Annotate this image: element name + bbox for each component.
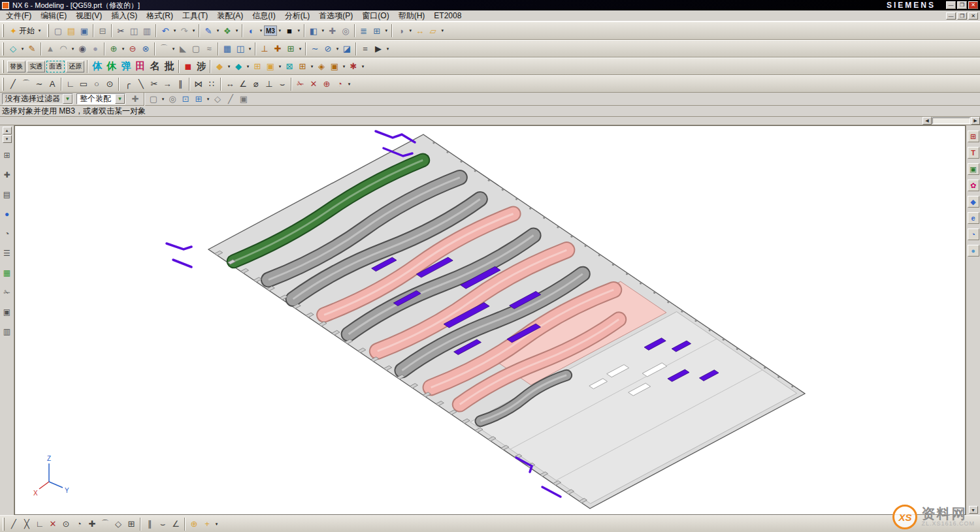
tangent-constraint-icon[interactable]: ⌣ <box>276 78 289 91</box>
dropdown-arrow[interactable]: ▾ <box>191 24 197 37</box>
view-window-icon[interactable]: ⊞ <box>370 24 384 37</box>
undo-icon[interactable]: ↶ <box>159 24 172 37</box>
scroll-left-button[interactable]: ◀ <box>923 117 932 125</box>
name-char-icon[interactable]: 名 <box>148 59 162 74</box>
subtract-icon[interactable]: ⊖ <box>126 42 139 55</box>
system-materials-icon[interactable]: ● <box>968 245 979 257</box>
selection-filter-combo[interactable]: 没有选择过滤器 ▼ <box>2 93 73 104</box>
circle-icon[interactable]: ○ <box>90 78 103 91</box>
start-menu-button[interactable]: ✦ 开始 ▾ <box>7 24 46 37</box>
offset-curve-icon[interactable]: ∥ <box>174 78 187 91</box>
child-close-button[interactable]: ✕ <box>968 12 978 20</box>
point-dialog-icon[interactable]: ⊕ <box>188 518 201 531</box>
perpendicular-constraint-icon[interactable]: ⊥ <box>263 78 276 91</box>
datum-plane-icon[interactable]: ◇ <box>7 42 20 55</box>
restore-button[interactable]: ❒ <box>957 1 967 9</box>
dropdown-arrow[interactable]: ▾ <box>335 42 340 55</box>
dock-collapse-down-button[interactable]: ▾ <box>3 135 12 143</box>
datum-csys-icon[interactable]: ⊕ <box>320 78 333 91</box>
part-navigator-icon[interactable]: ▣ <box>968 163 979 175</box>
graphics-viewport[interactable]: Z X Y <box>14 125 966 515</box>
notes-icon[interactable]: ▥ <box>1 326 13 337</box>
thread-icon[interactable]: ≈ <box>203 42 216 55</box>
yellow-diamond-icon[interactable]: ◆ <box>213 60 226 73</box>
dropdown-arrow[interactable]: ▾ <box>247 42 253 55</box>
wave-geometry-icon[interactable]: ∼ <box>308 42 321 55</box>
scroll-track[interactable] <box>932 117 970 124</box>
fillet-icon[interactable]: ╭ <box>122 78 135 91</box>
assembly-navigator-icon[interactable]: ⊞ <box>968 131 979 142</box>
menu-file[interactable]: 文件(F) <box>1 11 36 21</box>
dropdown-arrow[interactable]: ▾ <box>297 42 303 55</box>
constraint-navigator-icon[interactable]: T <box>968 147 979 159</box>
dropdown-arrow[interactable]: ▾ <box>309 60 315 73</box>
restore-button[interactable]: 还原 <box>66 61 84 72</box>
touch-pen-icon[interactable]: ✎ <box>202 24 215 37</box>
field-char-icon[interactable]: 田 <box>133 59 148 74</box>
minimize-button[interactable]: — <box>946 1 956 9</box>
dropdown-arrow[interactable]: ▾ <box>215 24 221 37</box>
sketch-icon[interactable]: ✎ <box>25 42 39 55</box>
toolbar-drag-handle[interactable] <box>3 518 5 531</box>
snap-two-lines-icon[interactable]: ∥ <box>143 518 156 531</box>
cut-icon[interactable]: ✂ <box>114 24 127 37</box>
dropdown-arrow[interactable]: ▾ <box>205 93 211 106</box>
redo-icon[interactable]: ↷ <box>178 24 191 37</box>
history-icon[interactable]: ◔ <box>968 228 979 240</box>
menu-et2008[interactable]: ET2008 <box>429 11 466 21</box>
pattern-feature-icon[interactable]: ▦ <box>221 42 234 55</box>
intersect-icon[interactable]: ⊗ <box>139 42 152 55</box>
select-rectangle-icon[interactable]: ▢ <box>147 93 160 106</box>
ellipse-icon[interactable]: ⊙ <box>103 78 116 91</box>
toolbar-drag-handle[interactable] <box>2 60 4 73</box>
dropdown-arrow[interactable]: ▾ <box>320 24 326 37</box>
dropdown-arrow[interactable]: ▾ <box>160 93 166 106</box>
menu-assemblies[interactable]: 装配(A) <box>212 11 248 21</box>
menu-edit[interactable]: 编辑(E) <box>36 11 71 21</box>
list-icon[interactable]: ☰ <box>1 247 13 259</box>
show-hide-icon[interactable]: ◑ <box>395 24 408 37</box>
shell-icon[interactable]: ▢ <box>189 42 203 55</box>
chamfer-curve-icon[interactable]: ╲ <box>135 78 148 91</box>
boss-icon[interactable]: ● <box>89 42 102 55</box>
snap-corner-icon[interactable]: ∟ <box>33 518 46 531</box>
move-component-icon[interactable]: ✚ <box>271 42 284 55</box>
filter-face-icon[interactable]: ◇ <box>211 93 224 106</box>
assembly-constraint-icon[interactable]: ⊥ <box>258 42 271 55</box>
dropdown-arrow[interactable]: ▾ <box>234 24 240 37</box>
cross-mark-icon[interactable]: ✕ <box>307 78 320 91</box>
dropdown-arrow[interactable]: ▾ <box>226 60 232 73</box>
dropdown-arrow[interactable]: ▾ <box>277 60 283 73</box>
selection-scope-arrow[interactable]: ▼ <box>115 94 125 104</box>
solid-translucent-button[interactable]: 实透 <box>27 61 45 72</box>
dropdown-arrow[interactable]: ▾ <box>245 60 251 73</box>
crossing-select-icon[interactable]: ⊞ <box>192 93 205 106</box>
point-constructor-icon[interactable]: + <box>201 518 214 531</box>
sheet-icon[interactable]: ▤ <box>1 189 13 200</box>
dropdown-arrow[interactable]: ▾ <box>385 42 391 55</box>
child-restore-button[interactable]: ❒ <box>957 12 967 20</box>
diameter-dimension-icon[interactable]: ⌀ <box>250 78 263 91</box>
palette-icon[interactable]: ▦ <box>1 267 13 279</box>
shaded-display-icon[interactable]: ◧ <box>307 24 320 37</box>
spring-char-icon[interactable]: 弹 <box>119 59 133 74</box>
clock-tool-icon[interactable]: ◔ <box>333 78 346 91</box>
dropdown-arrow[interactable]: ▾ <box>384 24 389 37</box>
trim-curve-icon[interactable]: ✂ <box>148 78 161 91</box>
snap-arc-center-icon[interactable]: ⊙ <box>59 518 73 531</box>
snap-intersection-icon[interactable]: ✕ <box>46 518 59 531</box>
replace-button[interactable]: 替换 <box>7 61 25 72</box>
paste-icon[interactable]: ▥ <box>140 24 154 37</box>
selection-filter-arrow[interactable]: ▼ <box>63 94 73 104</box>
mirror-feature-icon[interactable]: ◫ <box>234 42 247 55</box>
red-cube-icon[interactable]: ◼ <box>182 60 195 73</box>
measure-icon[interactable]: ↔ <box>414 24 427 37</box>
mirror-curve-icon[interactable]: ⋈ <box>192 78 205 91</box>
snap-bounded-grid-icon[interactable]: ⊞ <box>125 518 138 531</box>
zoom-icon[interactable]: ◎ <box>339 24 352 37</box>
edge-blend-icon[interactable]: ⌒ <box>157 42 171 55</box>
snap-point-on-curve-icon[interactable]: ⌒ <box>99 518 112 531</box>
menu-tools[interactable]: 工具(T) <box>178 11 212 21</box>
blue-sphere-icon[interactable]: ● <box>1 208 13 220</box>
snap-toggle-icon[interactable]: ✚ <box>129 93 142 106</box>
